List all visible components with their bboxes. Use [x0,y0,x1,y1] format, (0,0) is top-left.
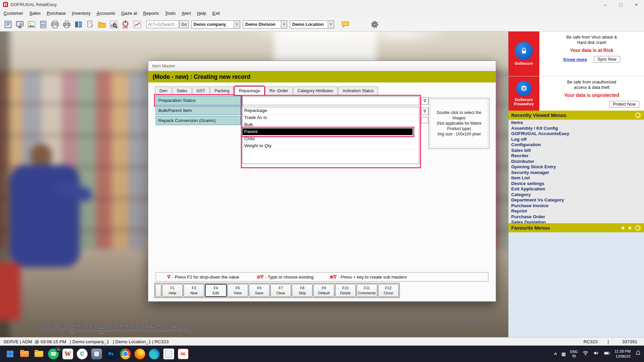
tab-re-order[interactable]: Re -Order [265,86,292,95]
dropdown-option-repackage[interactable]: Repackage [243,107,419,114]
recent-menu-item[interactable]: Sales bill [508,148,644,154]
sync-now-button[interactable]: Sync Now [594,56,620,63]
f9-default-button[interactable]: F9Default [313,284,334,297]
chevron-down-icon[interactable]: ▼ [234,21,240,28]
location-combobox[interactable]: Demo Location ▼ [290,20,334,28]
f12-close-button[interactable]: F12Close [378,284,399,297]
recent-menu-item[interactable]: Log off [508,137,644,142]
recent-menu-item[interactable]: Reorder [508,153,644,159]
dropdown-nabla-button-1[interactable]: ∇ [421,97,428,105]
gear-icon[interactable] [369,18,380,31]
f5-view-button[interactable]: F5View [227,284,248,297]
recent-menu-item[interactable]: Exit Application [508,186,644,192]
tab-gen[interactable]: Gen [155,86,172,95]
photo-icon[interactable] [26,18,37,31]
global-search-input[interactable] [146,20,179,28]
recent-menu-item[interactable]: Items [508,120,644,126]
recent-menu-item[interactable]: Purchase Order [508,214,644,220]
file-explorer-icon[interactable] [34,349,44,359]
folder-icon[interactable] [97,18,107,31]
recent-menu-item[interactable]: Assembly / Kit Config [508,126,644,131]
tab-gst[interactable]: GST [192,86,210,95]
photoshop-icon[interactable]: Ps [106,349,116,359]
chart-search-icon[interactable] [108,18,119,31]
menu-exit[interactable]: Exit [209,10,223,17]
word-app-icon[interactable]: W [62,349,73,359]
receipt-printer-icon[interactable] [61,18,72,31]
division-combobox[interactable]: Demo Division ▼ [243,20,287,28]
recent-menu-item[interactable]: GOFRUGAL AccountsEasy [508,131,644,137]
minimize-button[interactable]: – [598,0,613,9]
go-button[interactable]: Go [179,20,189,28]
printer-icon[interactable] [50,18,60,31]
dropdown-option-bulk[interactable]: Bulk [243,121,419,128]
language-indicator[interactable]: ENGIN [570,350,578,358]
f4-edit-button[interactable]: F4Edit [205,284,226,297]
remote-monitor-icon[interactable] [14,18,25,31]
repack-conversion-box[interactable] [421,117,428,123]
ledger-icon[interactable] [3,18,13,31]
firefox-icon[interactable] [135,349,145,359]
company-combobox[interactable]: Demo company_ ▼ [191,20,240,28]
menu-help[interactable]: Help [194,10,209,17]
taskbar-clock[interactable]: 11:28 PM12/06/22 [614,349,631,359]
f7-clear-button[interactable]: F7Clear [270,284,291,297]
maximize-button[interactable]: □ [613,0,629,9]
menu-inventory[interactable]: Inventory [69,10,94,17]
tab-category-attributes[interactable]: Category Attributes [293,86,337,95]
recent-menu-item[interactable]: Opening Stock Entry [508,164,644,170]
dropdown-option-parent[interactable]: Parent [243,128,413,135]
retaileasy-app-icon[interactable]: RE [178,349,189,359]
recent-menu-item[interactable]: Device settings [508,181,644,187]
recent-menu-item[interactable]: Department Vs Category [508,197,644,203]
tray-grid-icon[interactable]: ▦ [561,351,566,357]
f10-delete-button[interactable]: F10Delete [335,284,356,297]
dropdown-option-trade-as-is[interactable]: Trade As Is [243,114,419,121]
calculator-icon[interactable] [38,18,49,31]
line-chart-icon[interactable] [132,18,143,31]
recent-menu-item[interactable]: Distributor [508,159,644,165]
menu-customer[interactable]: Customer [1,10,26,17]
menu-accounts[interactable]: Accounts [94,10,118,17]
notification-bell-icon[interactable] [635,350,641,358]
tab-sales[interactable]: Sales [172,86,192,95]
battery-icon[interactable] [604,350,610,358]
menu-tools[interactable]: Tools [162,10,179,17]
generic-app-icon[interactable] [91,349,102,359]
recent-menu-item[interactable]: Security manager [508,170,644,176]
f11-comments-button[interactable]: F11Comments [357,284,377,297]
gosecure-ad[interactable]: GoSecure Be safe from Virus attack & Har… [508,32,644,76]
recent-menu-item[interactable]: Sales Quotation [508,220,644,223]
edit-document-icon[interactable] [85,18,96,31]
dialog-titlebar[interactable]: Item Master [148,61,496,71]
dropdown-option-weight-to-qty[interactable]: Weight to Qty [243,142,419,149]
notepad-icon[interactable] [163,349,174,359]
preparation-status-input[interactable] [242,97,419,105]
edge-icon[interactable] [149,349,160,359]
recent-menu-item[interactable]: Purchase Invoice [508,203,644,209]
book-icon[interactable] [73,18,84,31]
tab-activation-status[interactable]: Activation Status [338,86,378,95]
close-button[interactable]: × [629,0,644,9]
menu-sales[interactable]: Sales [26,10,44,17]
protect-now-button[interactable]: Protect Now [609,101,639,108]
collapse-chevron-icon[interactable]: « [635,225,641,231]
star-icon[interactable]: ★ [621,225,625,231]
image-select-box[interactable]: Double click to select the images (Not a… [429,98,489,149]
chevron-down-icon[interactable]: ▼ [328,21,334,28]
chrome-icon[interactable] [120,349,131,359]
files-app-icon[interactable] [19,349,30,359]
recent-menu-item[interactable]: Item List [508,175,644,181]
start-button[interactable] [5,349,15,359]
star-icon[interactable]: ★ [628,225,632,231]
chevron-down-icon[interactable]: ▼ [281,21,287,28]
know-more-link[interactable]: Know more [563,57,587,62]
tray-chevron-icon[interactable]: ^ [554,352,557,357]
volume-icon[interactable] [593,350,599,358]
c-app-icon[interactable]: C [77,349,88,359]
recent-menu-item[interactable]: Reprint [508,208,644,214]
exit-power-icon[interactable]: EXIT [120,18,131,31]
whatsapp-icon[interactable]: ☎30 [48,349,59,359]
recent-menu-item[interactable]: Category [508,192,644,198]
menu-purchase[interactable]: Purchase [44,10,69,17]
